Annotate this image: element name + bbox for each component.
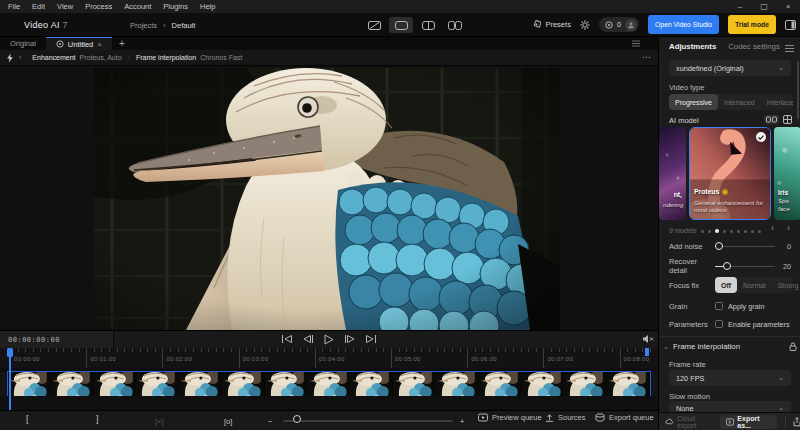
panel-menu-icon[interactable] (785, 43, 794, 54)
model-card-proteus[interactable]: Proteus General enhancement for most vid… (689, 127, 771, 220)
carousel-dot[interactable] (751, 230, 754, 233)
tab-codec-settings[interactable]: Codec settings (728, 42, 780, 51)
carousel-dot[interactable] (708, 230, 711, 233)
frame-forward-icon[interactable] (343, 333, 356, 345)
filmstrip-thumb[interactable] (393, 372, 436, 396)
video-type-interlaced[interactable]: Interlaced (718, 94, 761, 110)
menu-account[interactable]: Account (124, 2, 151, 11)
view-single-icon[interactable] (389, 17, 413, 33)
set-in-point-button[interactable]: [ (26, 414, 29, 425)
skip-end-icon[interactable] (364, 333, 377, 345)
filmstrip-thumb[interactable] (222, 372, 265, 396)
filmstrip-thumb[interactable] (564, 372, 607, 396)
carousel-dot[interactable] (737, 230, 740, 233)
recover-detail-slider[interactable] (715, 261, 775, 271)
share-button[interactable] (785, 416, 800, 428)
filmstrip-thumb[interactable] (94, 372, 137, 396)
carousel-prev-icon[interactable]: ‹ (771, 223, 774, 233)
timeline-ruler[interactable]: 00:00:0000:01:0000:02:0000:03:0000:04:00… (0, 348, 658, 368)
focus-fix-off[interactable]: Off (715, 277, 737, 293)
tab-original[interactable]: Original (0, 37, 46, 50)
sources-button[interactable]: Sources (545, 413, 586, 422)
focus-fix-strong[interactable]: Strong (772, 277, 800, 293)
carousel-dot[interactable] (744, 230, 747, 233)
export-queue-button[interactable]: Export queue (595, 413, 654, 422)
avatar[interactable] (625, 19, 637, 31)
grid-view-icon[interactable] (783, 115, 792, 124)
filmstrip-thumb[interactable] (265, 372, 308, 396)
credits-pill[interactable]: 0 (599, 17, 639, 32)
preset-dropdown[interactable]: xundefined (Original) ⌄ (669, 60, 791, 76)
menu-edit[interactable]: Edit (32, 2, 45, 11)
video-frame-kookaburra[interactable] (94, 68, 560, 330)
tab-list-icon[interactable] (632, 40, 640, 47)
export-as-button[interactable]: Export as... (720, 415, 777, 429)
settings-gear-icon[interactable] (580, 20, 590, 30)
preview-queue-button[interactable]: Preview queue (478, 413, 542, 422)
view-dual-icon[interactable] (443, 17, 467, 33)
compare-view-icon[interactable] (764, 115, 779, 124)
video-type-interlaced-prog[interactable]: Interlaced prog. (761, 94, 793, 110)
skip-start-icon[interactable] (280, 333, 293, 345)
carousel-dot[interactable] (730, 230, 733, 233)
filmstrip-thumb[interactable] (179, 372, 222, 396)
slider-knob[interactable] (715, 242, 723, 250)
filmstrip[interactable] (8, 372, 650, 396)
menu-view[interactable]: View (57, 2, 73, 11)
maximize-button[interactable]: ▢ (752, 0, 776, 13)
model-card-next[interactable]: Iris Spe face (774, 127, 800, 220)
tab-adjustments[interactable]: Adjustments (669, 42, 716, 51)
filmstrip-thumb[interactable] (436, 372, 479, 396)
enable-parameters-checkbox[interactable] (715, 320, 723, 328)
filmstrip-thumb[interactable] (8, 372, 51, 396)
add-noise-slider[interactable] (715, 241, 775, 251)
menu-file[interactable]: File (8, 2, 20, 11)
timeline-zoom-in-button[interactable]: + (460, 416, 464, 427)
minimize-button[interactable]: – (728, 0, 752, 13)
slider-knob[interactable] (723, 262, 731, 270)
panel-scrollbar[interactable] (797, 61, 799, 119)
toggle-panel-icon[interactable] (785, 20, 796, 30)
close-button[interactable]: × (776, 0, 800, 13)
set-out-point-button[interactable]: ] (96, 414, 99, 425)
model-card-previous[interactable]: nt, ndering (659, 127, 686, 220)
filmstrip-thumb[interactable] (522, 372, 565, 396)
timeline-zoom-out-button[interactable]: − (268, 416, 272, 427)
timeline-zoom-knob[interactable] (293, 415, 301, 423)
filmstrip-thumb[interactable] (350, 372, 393, 396)
view-diagonal-split-icon[interactable] (362, 17, 386, 33)
carousel-dot[interactable] (701, 230, 704, 233)
view-split-icon[interactable] (416, 17, 440, 33)
new-tab-button[interactable]: + (112, 37, 132, 50)
focus-fix-normal[interactable]: Normal (737, 277, 772, 293)
apply-grain-checkbox[interactable] (715, 302, 723, 310)
trial-mode-button[interactable]: Trial mode (728, 15, 776, 34)
enhancement-label[interactable]: Enhancement (32, 54, 75, 61)
frame-interpolation-header[interactable]: ⌄ Frame interpolation (663, 342, 797, 351)
clear-selection-button[interactable]: [×] (155, 416, 164, 427)
filmstrip-thumb[interactable] (607, 372, 650, 396)
interpolation-label[interactable]: Frame interpolation (136, 54, 196, 61)
breadcrumb-projects[interactable]: Projects (130, 21, 157, 30)
carousel-dot[interactable] (758, 230, 761, 233)
carousel-next-icon[interactable]: › (787, 223, 790, 233)
mute-icon[interactable] (642, 334, 654, 344)
frame-back-icon[interactable] (301, 333, 314, 345)
timeline-zoom-slider[interactable] (283, 420, 453, 422)
frame-rate-dropdown[interactable]: 120 FPS ⌄ (669, 370, 791, 386)
presets-button[interactable]: Presets (532, 20, 570, 29)
loop-selection-button[interactable]: [o] (224, 416, 232, 427)
timeline-end-marker[interactable] (645, 348, 649, 356)
menu-help[interactable]: Help (200, 2, 215, 11)
cloud-export-button[interactable]: Cloud export (665, 415, 712, 429)
filmstrip-thumb[interactable] (308, 372, 351, 396)
play-icon[interactable] (322, 333, 335, 345)
carousel-dot[interactable] (715, 229, 719, 233)
filmstrip-thumb[interactable] (51, 372, 94, 396)
filmstrip-thumb[interactable] (136, 372, 179, 396)
filmstrip-thumb[interactable] (479, 372, 522, 396)
strip-more-icon[interactable]: ⋯ (642, 52, 652, 62)
tab-close-icon[interactable]: × (97, 40, 102, 49)
carousel-dot[interactable] (723, 230, 726, 233)
open-video-studio-button[interactable]: Open Video Studio (648, 15, 719, 34)
